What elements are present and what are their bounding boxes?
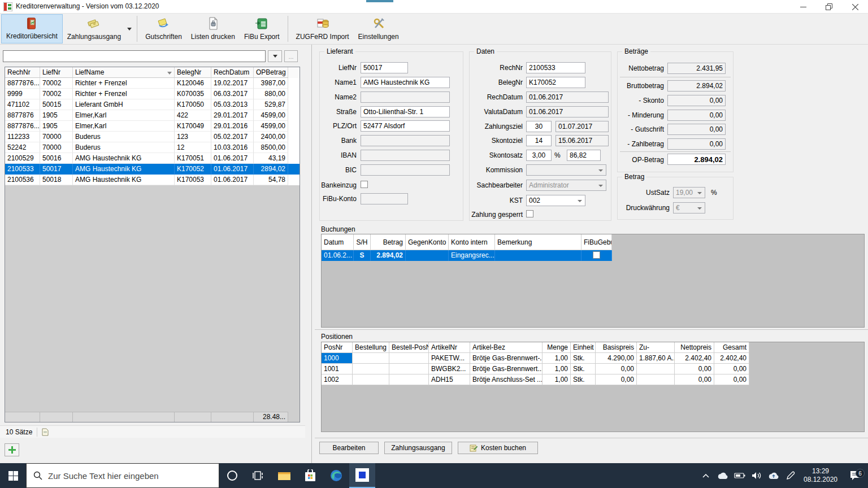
table-row[interactable]: 88778761905Elmer,Karl42229.01.20174599,0… — [5, 110, 300, 121]
skontosatz-field[interactable]: 3,00 — [526, 150, 552, 161]
toolbar-listen-drucken-button[interactable]: Listen drucken — [186, 14, 240, 43]
positionen-header[interactable]: PosNr Bestellung Bestell-PosNr ArtikelNr… — [322, 342, 749, 353]
column-header[interactable]: RechNr — [5, 67, 40, 78]
column-header[interactable]: ArtikelNr — [429, 342, 470, 353]
rechnr-field[interactable]: 2100533 — [526, 62, 585, 73]
cortana-button[interactable] — [219, 463, 245, 488]
liefnr-field[interactable]: 50017 — [361, 62, 408, 73]
column-header[interactable]: Konto intern — [449, 234, 495, 250]
file-explorer-button[interactable] — [271, 463, 297, 488]
belegnr-field[interactable]: K170052 — [526, 77, 585, 88]
taskbar-search[interactable]: Zur Suche Text hier eingeben — [26, 463, 219, 488]
table-row[interactable]: 210053650018AMG Haustechnik KGK17005301.… — [5, 175, 300, 185]
kommission-select[interactable] — [526, 164, 606, 176]
fibukonto-field[interactable] — [361, 193, 408, 204]
column-header[interactable]: Basispreis — [596, 342, 637, 353]
edge-button[interactable] — [323, 463, 349, 488]
column-header[interactable]: LiefNr — [40, 67, 73, 78]
zahlungsausgang-button[interactable]: Zahlungsausgang — [384, 442, 452, 454]
minderung-field[interactable]: 0,00 — [667, 110, 726, 121]
op-betrag-field[interactable]: 2.894,02 — [667, 154, 726, 165]
fibu-gebucht-checkbox[interactable] — [593, 251, 600, 259]
column-header[interactable]: BelegNr — [175, 67, 211, 78]
table-row[interactable]: 999970002Richter + FrenzelK07003506.03.2… — [5, 89, 300, 99]
column-header[interactable]: Gesamt — [714, 342, 749, 353]
toolbar-gutschriften-button[interactable]: Gutschriften — [141, 14, 186, 43]
pen-button[interactable] — [782, 471, 799, 480]
column-header[interactable]: PosNr — [322, 342, 353, 353]
column-header[interactable]: S/H — [354, 234, 371, 250]
skontobetrag-field[interactable]: 86,82 — [567, 150, 601, 161]
column-header[interactable]: Bestell-PosNr — [389, 342, 429, 353]
column-header[interactable]: OPBetrag — [254, 67, 288, 78]
column-header[interactable]: FiBuGebucht — [581, 234, 612, 250]
druckwaehrung-select[interactable]: € — [673, 202, 705, 213]
table-row[interactable]: 8877876...70002Richter + FrenzelK1200461… — [5, 78, 300, 89]
bank-field[interactable] — [361, 135, 450, 146]
skonto-field[interactable]: 0,00 — [667, 95, 726, 106]
table-row[interactable]: 8877876...1905Elmer,KarlK17004929.01.201… — [5, 121, 300, 132]
creditor-filter-input[interactable] — [3, 50, 266, 62]
column-header[interactable]: Bestellung — [353, 342, 389, 353]
column-header-sorted[interactable]: LiefName — [73, 67, 175, 78]
column-header[interactable]: Datum — [322, 234, 354, 250]
strasse-field[interactable]: Otto-Lilienthal-Str. 1 — [361, 106, 450, 117]
column-header[interactable]: Nettopreis — [675, 342, 714, 353]
toolbar-kreditoruebersicht-button[interactable]: Kreditorübersicht — [1, 14, 63, 43]
active-app-button[interactable] — [349, 463, 375, 488]
gutschrift-field[interactable]: 0,00 — [667, 124, 726, 135]
position-row[interactable]: 1002 ADH15 Brötje Anschluss-Set ... 1,00… — [322, 374, 749, 385]
valutadatum-field[interactable]: 01.06.2017 — [526, 106, 609, 117]
table-row-selected[interactable]: 210053350017AMG Haustechnik KGK17005201.… — [5, 164, 300, 175]
name2-field[interactable] — [361, 91, 450, 103]
column-header[interactable]: Zu- — [637, 342, 675, 353]
zahlungsausgang-dropdown-button[interactable] — [125, 14, 133, 44]
creditor-table-header[interactable]: RechNr LiefNr LiefName BelegNr RechDatum… — [5, 67, 300, 78]
rechdatum-field[interactable]: 01.06.2017 — [526, 91, 609, 103]
position-row[interactable]: 1000 PAKETW... Brötje Gas-Brennwert-... … — [322, 353, 749, 364]
kosten-buchen-button[interactable]: Kosten buchen — [458, 442, 538, 454]
skontoziel-tage-field[interactable]: 14 — [526, 135, 552, 146]
zahlbetrag-field[interactable]: 0,00 — [667, 138, 726, 150]
minimize-button[interactable] — [790, 0, 816, 14]
close-button[interactable] — [842, 0, 868, 14]
nettobetrag-field[interactable]: 2.431,95 — [667, 63, 726, 74]
plzort-field[interactable]: 52477 Alsdorf — [361, 120, 450, 132]
document-icon[interactable] — [42, 428, 49, 436]
sachbearbeiter-select[interactable]: Administrator — [526, 180, 606, 191]
skontoziel-datum-field[interactable]: 15.06.2017 — [555, 135, 609, 146]
add-record-button[interactable] — [5, 443, 19, 456]
name1-field[interactable]: AMG Haustechnik KG — [361, 77, 450, 88]
bankeinzug-checkbox[interactable] — [361, 181, 368, 188]
cloud-upload-button[interactable] — [765, 472, 782, 480]
task-view-button[interactable] — [245, 463, 271, 488]
battery-button[interactable] — [731, 472, 748, 479]
column-header[interactable]: Einheit — [571, 342, 596, 353]
iban-field[interactable] — [361, 150, 450, 161]
hidden-icons-button[interactable] — [697, 473, 714, 478]
column-header[interactable]: Bemerkung — [495, 234, 581, 250]
bic-field[interactable] — [361, 164, 450, 176]
filter-dropdown-button[interactable] — [268, 50, 282, 62]
volume-button[interactable] — [748, 472, 765, 480]
ustsatz-select[interactable]: 19,00 — [673, 187, 705, 198]
toolbar-fibu-export-button[interactable]: FiBu Export — [240, 14, 284, 43]
toolbar-einstellungen-button[interactable]: Einstellungen — [354, 14, 403, 43]
kst-select[interactable]: 002 — [526, 195, 585, 206]
bearbeiten-button[interactable]: Bearbeiten — [319, 442, 379, 454]
buchungen-row-selected[interactable]: 01.06.2... S 2.894,02 Eingangsrec... — [322, 250, 612, 261]
notification-center-button[interactable]: 6 — [842, 470, 868, 481]
store-button[interactable] — [297, 463, 323, 488]
table-row[interactable]: 210052950016AMG Haustechnik KGK17005101.… — [5, 153, 300, 164]
table-row[interactable]: 11223370000Buderus12305.02.20172400,00 — [5, 132, 300, 142]
restore-button[interactable] — [816, 0, 842, 14]
column-header[interactable]: Betrag — [371, 234, 406, 250]
position-row[interactable]: 1001 BWGBK2... Brötje Gas-Brennwert... 1… — [322, 364, 749, 374]
table-row[interactable]: 47110250015Lieferant GmbHK17005005.03.20… — [5, 99, 300, 110]
zahlungsziel-datum-field[interactable]: 01.07.2017 — [555, 121, 609, 132]
toolbar-zahlungsausgang-button[interactable]: Zahlungsausgang — [63, 14, 125, 43]
filter-more-button[interactable]: ... — [284, 50, 298, 62]
toolbar-zugferd-import-button[interactable]: ZUGFeRD Import — [292, 14, 354, 43]
column-header[interactable]: GegenKonto — [406, 234, 449, 250]
bruttobetrag-field[interactable]: 2.894,02 — [667, 80, 726, 91]
